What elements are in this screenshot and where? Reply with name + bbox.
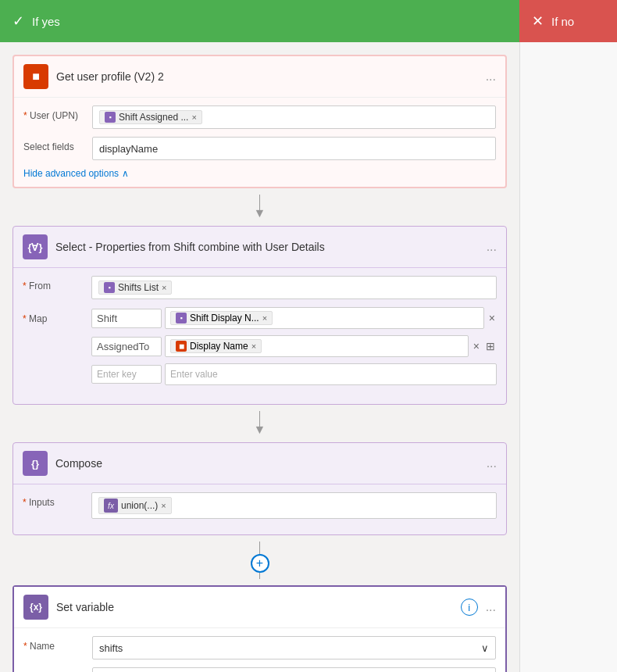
- hide-advanced-options[interactable]: Hide advanced options ∧: [23, 168, 496, 179]
- map-label: Map: [23, 307, 85, 324]
- select-properties-header: {∀} Select - Properties from Shift combi…: [13, 227, 506, 268]
- select-properties-card: {∀} Select - Properties from Shift combi…: [12, 226, 507, 405]
- shifts-list-token-text: Shifts List: [118, 282, 159, 293]
- compose-menu[interactable]: ...: [487, 456, 497, 470]
- shifts-list-token[interactable]: ▪ Shifts List ×: [98, 281, 172, 295]
- from-input[interactable]: ▪ Shifts List ×: [91, 276, 497, 299]
- map-key-shift[interactable]: Shift: [91, 309, 162, 328]
- x-icon: ✕: [532, 13, 544, 30]
- name-row: Name shifts ∨: [23, 636, 496, 659]
- right-panel: [519, 42, 617, 672]
- shift-display-token-text: Shift Display N...: [190, 313, 259, 323]
- arrow-head-2: ▼: [254, 424, 266, 436]
- display-name-token-text: Display Name: [190, 341, 248, 352]
- value-input[interactable]: ◎ Output ×: [92, 667, 496, 672]
- value-row: Value ◎ Output ×: [23, 667, 496, 672]
- select-fields-row: Select fields displayName: [23, 137, 496, 160]
- plus-line-bottom: [259, 573, 260, 579]
- set-variable-header: {x} Set variable i ...: [14, 587, 505, 628]
- arrow-connector-1: ▼: [254, 195, 266, 220]
- shifts-list-icon: ▪: [104, 282, 115, 293]
- compose-title: Compose: [55, 457, 479, 470]
- info-button[interactable]: i: [461, 599, 478, 616]
- fx-icon: fx: [104, 499, 118, 513]
- map-row-1: Shift ▪ Shift Display N... × ×: [91, 307, 497, 329]
- map-row: Map Shift ▪ Shift Display N... ×: [23, 307, 497, 388]
- inputs-row: Inputs fx union(...) ×: [23, 492, 497, 519]
- map-row-2-copy[interactable]: ⊞: [484, 338, 497, 354]
- shift-assigned-token[interactable]: ▪ Shift Assigned ... ×: [99, 110, 202, 124]
- from-label: From: [23, 276, 85, 291]
- union-token-text: union(...): [121, 500, 158, 511]
- get-user-profile-menu[interactable]: ...: [486, 70, 496, 84]
- user-upn-row: User (UPN) ▪ Shift Assigned ... ×: [23, 105, 496, 129]
- map-key-assignedto[interactable]: AssignedTo: [91, 337, 162, 356]
- get-user-profile-card: ■ Get user profile (V2) 2 ... User (UPN)…: [12, 55, 507, 188]
- shifts-list-close[interactable]: ×: [162, 283, 166, 292]
- display-name-icon: ◼: [176, 341, 187, 352]
- name-dropdown[interactable]: shifts ∨: [92, 636, 496, 659]
- inputs-input[interactable]: fx union(...) ×: [91, 492, 497, 519]
- name-value: shifts: [99, 642, 123, 654]
- map-value-assignedto[interactable]: ◼ Display Name ×: [165, 335, 469, 357]
- union-close[interactable]: ×: [161, 501, 166, 510]
- hide-advanced-label: Hide advanced options: [23, 168, 119, 179]
- compose-body: Inputs fx union(...) ×: [13, 484, 506, 534]
- from-row: From ▪ Shifts List ×: [23, 276, 497, 299]
- arrow-head: ▼: [254, 207, 266, 220]
- plus-line-top: [259, 542, 260, 554]
- inputs-label: Inputs: [23, 492, 85, 508]
- get-user-profile-body: User (UPN) ▪ Shift Assigned ... × Select…: [14, 98, 505, 187]
- top-bar: ✓ If yes ✕ If no: [0, 0, 617, 42]
- map-row-2: AssignedTo ◼ Display Name × × ⊞: [91, 335, 497, 357]
- if-no-branch[interactable]: ✕ If no: [519, 0, 617, 42]
- if-no-label: If no: [551, 15, 574, 28]
- compose-icon: {}: [23, 451, 48, 476]
- dropdown-chevron-icon: ∨: [481, 642, 489, 654]
- map-row-2-delete[interactable]: ×: [472, 338, 481, 354]
- shift-display-icon: ▪: [176, 313, 187, 323]
- shift-assigned-token-text: Shift Assigned ...: [119, 112, 188, 123]
- select-properties-body: From ▪ Shifts List × Map: [13, 268, 506, 404]
- map-row-1-actions: ×: [487, 310, 497, 326]
- display-name-token[interactable]: ◼ Display Name ×: [170, 339, 262, 353]
- get-user-profile-title: Get user profile (V2) 2: [56, 70, 478, 83]
- shift-display-close[interactable]: ×: [262, 313, 267, 323]
- shift-display-token[interactable]: ▪ Shift Display N... ×: [170, 311, 273, 325]
- name-label: Name: [23, 636, 86, 652]
- user-upn-input[interactable]: ▪ Shift Assigned ... ×: [92, 105, 496, 129]
- select-fields-label: Select fields: [23, 137, 86, 152]
- enter-value-placeholder: Enter value: [170, 369, 218, 380]
- get-user-profile-header: ■ Get user profile (V2) 2 ...: [14, 56, 505, 98]
- token-purple-icon: ▪: [105, 112, 116, 123]
- map-enter-value[interactable]: Enter value: [165, 363, 497, 385]
- shift-assigned-token-close[interactable]: ×: [191, 113, 196, 122]
- plus-connector-1: +: [251, 542, 269, 579]
- map-row-1-delete[interactable]: ×: [487, 310, 497, 326]
- select-properties-icon: {∀}: [23, 234, 48, 259]
- select-properties-menu[interactable]: ...: [487, 240, 497, 254]
- select-fields-input[interactable]: displayName: [92, 137, 496, 160]
- office-icon: ■: [23, 64, 48, 89]
- set-variable-body: Name shifts ∨ Value ◎ Output ×: [14, 628, 505, 672]
- display-name-close[interactable]: ×: [251, 341, 256, 351]
- compose-card: {} Compose ... Inputs fx union(...) ×: [12, 442, 507, 535]
- map-enter-key[interactable]: Enter key: [91, 365, 162, 384]
- if-yes-branch[interactable]: ✓ If yes: [0, 0, 519, 42]
- set-variable-icon: {x}: [23, 595, 48, 620]
- union-token[interactable]: fx union(...) ×: [98, 497, 172, 514]
- map-value-shift[interactable]: ▪ Shift Display N... ×: [165, 307, 484, 329]
- arrow-connector-2: ▼: [254, 411, 266, 436]
- left-panel: ■ Get user profile (V2) 2 ... User (UPN)…: [0, 42, 519, 672]
- if-yes-label: If yes: [32, 15, 60, 28]
- value-label: Value: [23, 667, 86, 672]
- compose-header: {} Compose ...: [13, 443, 506, 484]
- set-variable-card: {x} Set variable i ... Name shifts ∨ Val…: [12, 585, 507, 672]
- main-content: ■ Get user profile (V2) 2 ... User (UPN)…: [0, 42, 617, 672]
- select-properties-title: Select - Properties from Shift combine w…: [55, 241, 479, 253]
- add-action-button[interactable]: +: [251, 554, 269, 573]
- set-variable-menu[interactable]: ...: [486, 600, 496, 614]
- map-row-2-actions: × ⊞: [472, 338, 497, 354]
- user-upn-label: User (UPN): [23, 105, 86, 121]
- chevron-up-icon: ∧: [122, 168, 129, 179]
